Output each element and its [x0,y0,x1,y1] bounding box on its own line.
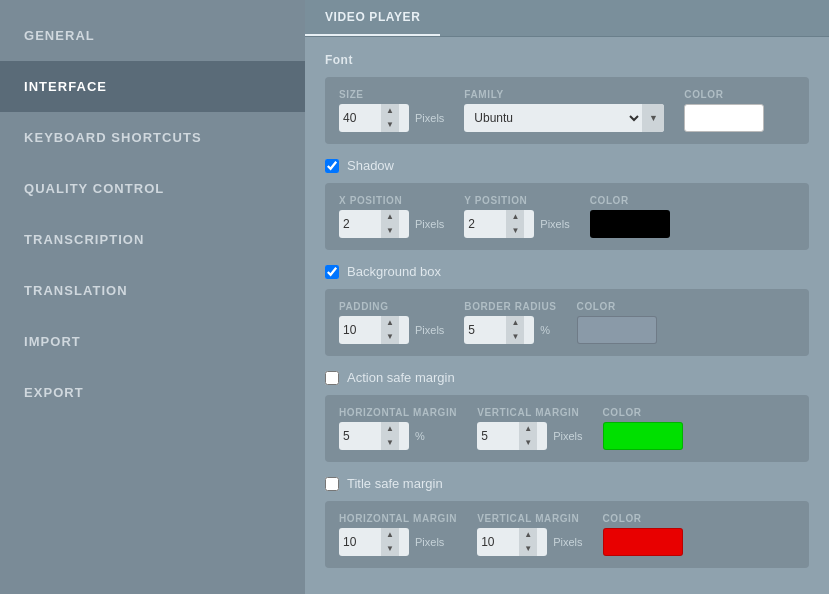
bg-radius-label: BORDER RADIUS [464,301,556,312]
shadow-xpos-spinners: ▲ ▼ [381,210,399,238]
title-hmargin-up[interactable]: ▲ [381,528,399,542]
sidebar-item-quality-control[interactable]: Quality Control [0,163,305,214]
action-hmargin-input-wrap: ▲ ▼ [339,422,409,450]
action-margin-label: Action safe margin [347,370,455,385]
action-vmargin-down[interactable]: ▼ [519,436,537,450]
action-vmargin-unit: Pixels [553,430,582,442]
font-family-arrow-icon: ▼ [642,104,664,132]
font-section: SIZE ▲ ▼ Pixels FAMILY [325,77,809,144]
action-hmargin-spinners: ▲ ▼ [381,422,399,450]
sidebar-item-transcription[interactable]: Transcription [0,214,305,265]
title-margin-label: Title safe margin [347,476,443,491]
font-size-label: SIZE [339,89,444,100]
action-vmargin-up[interactable]: ▲ [519,422,537,436]
shadow-xpos-unit: Pixels [415,218,444,230]
sidebar-item-export[interactable]: Export [0,367,305,418]
font-size-spinners: ▲ ▼ [381,104,399,132]
title-vmargin-down[interactable]: ▼ [519,542,537,556]
action-hmargin-input[interactable] [339,427,381,445]
shadow-ypos-input-wrap: ▲ ▼ [464,210,534,238]
bg-radius-spinners: ▲ ▼ [506,316,524,344]
title-margin-checkbox-row: Title safe margin [325,476,809,491]
shadow-color-swatch[interactable] [590,210,670,238]
sidebar-item-translation[interactable]: Translation [0,265,305,316]
bg-padding-input-wrap: ▲ ▼ [339,316,409,344]
title-vmargin-up[interactable]: ▲ [519,528,537,542]
bg-radius-input[interactable] [464,321,506,339]
sidebar-item-import[interactable]: Import [0,316,305,367]
title-vmargin-spinners: ▲ ▼ [519,528,537,556]
shadow-xpos-label: X POSITION [339,195,444,206]
action-hmargin-label: HORIZONTAL MARGIN [339,407,457,418]
shadow-xpos-input-wrap: ▲ ▼ [339,210,409,238]
bg-radius-input-wrap: ▲ ▼ [464,316,534,344]
font-size-up[interactable]: ▲ [381,104,399,118]
settings-content: Font SIZE ▲ ▼ Pixels [305,37,829,594]
sidebar-item-interface[interactable]: Interface [0,61,305,112]
font-size-input-wrap: ▲ ▼ [339,104,409,132]
shadow-ypos-spinners: ▲ ▼ [506,210,524,238]
bg-color-label: COLOR [577,301,657,312]
font-size-unit: Pixels [415,112,444,124]
bg-padding-down[interactable]: ▼ [381,330,399,344]
title-hmargin-label: HORIZONTAL MARGIN [339,513,457,524]
action-vmargin-input[interactable] [477,427,519,445]
font-color-swatch[interactable] [684,104,764,132]
title-color-swatch[interactable] [603,528,683,556]
sidebar-item-general[interactable]: General [0,10,305,61]
font-size-down[interactable]: ▼ [381,118,399,132]
tab-bar: VIDEO PLAYER [305,0,829,37]
bg-box-checkbox[interactable] [325,265,339,279]
shadow-ypos-input[interactable] [464,215,506,233]
action-vmargin-label: VERTICAL MARGIN [477,407,582,418]
bg-box-label: Background box [347,264,441,279]
action-hmargin-down[interactable]: ▼ [381,436,399,450]
font-family-select[interactable]: Ubuntu Arial Helvetica Times New Roman R… [464,108,642,128]
font-size-input[interactable] [339,109,381,127]
shadow-xpos-down[interactable]: ▼ [381,224,399,238]
title-hmargin-down[interactable]: ▼ [381,542,399,556]
title-margin-section: HORIZONTAL MARGIN ▲ ▼ Pixels VERTIC [325,501,809,568]
bg-padding-spinners: ▲ ▼ [381,316,399,344]
bg-radius-unit: % [540,324,550,336]
title-vmargin-input-wrap: ▲ ▼ [477,528,547,556]
title-hmargin-input-wrap: ▲ ▼ [339,528,409,556]
title-vmargin-input[interactable] [477,533,519,551]
title-vmargin-label: VERTICAL MARGIN [477,513,582,524]
shadow-xpos-input[interactable] [339,215,381,233]
bg-radius-up[interactable]: ▲ [506,316,524,330]
font-family-label: FAMILY [464,89,664,100]
action-margin-section: HORIZONTAL MARGIN ▲ ▼ % VERTICAL MA [325,395,809,462]
bg-padding-label: PADDING [339,301,444,312]
action-vmargin-spinners: ▲ ▼ [519,422,537,450]
sidebar-item-keyboard-shortcuts[interactable]: Keyboard Shortcuts [0,112,305,163]
shadow-checkbox[interactable] [325,159,339,173]
shadow-ypos-down[interactable]: ▼ [506,224,524,238]
shadow-checkbox-row: Shadow [325,158,809,173]
action-color-swatch[interactable] [603,422,683,450]
action-hmargin-unit: % [415,430,425,442]
title-margin-checkbox[interactable] [325,477,339,491]
action-vmargin-input-wrap: ▲ ▼ [477,422,547,450]
shadow-ypos-unit: Pixels [540,218,569,230]
sidebar: General Interface Keyboard Shortcuts Qua… [0,0,305,594]
shadow-ypos-up[interactable]: ▲ [506,210,524,224]
bg-box-section: PADDING ▲ ▼ Pixels BORDER RADIUS [325,289,809,356]
bg-color-swatch[interactable] [577,316,657,344]
bg-padding-up[interactable]: ▲ [381,316,399,330]
bg-radius-down[interactable]: ▼ [506,330,524,344]
bg-box-checkbox-row: Background box [325,264,809,279]
font-family-select-wrap: Ubuntu Arial Helvetica Times New Roman R… [464,104,664,132]
shadow-ypos-label: Y POSITION [464,195,569,206]
shadow-section: X POSITION ▲ ▼ Pixels Y POSITION [325,183,809,250]
bg-padding-input[interactable] [339,321,381,339]
tab-video-player[interactable]: VIDEO PLAYER [305,0,440,36]
action-margin-checkbox-row: Action safe margin [325,370,809,385]
bg-padding-unit: Pixels [415,324,444,336]
title-hmargin-unit: Pixels [415,536,444,548]
action-hmargin-up[interactable]: ▲ [381,422,399,436]
title-hmargin-input[interactable] [339,533,381,551]
shadow-xpos-up[interactable]: ▲ [381,210,399,224]
action-margin-checkbox[interactable] [325,371,339,385]
font-section-label: Font [325,53,809,67]
